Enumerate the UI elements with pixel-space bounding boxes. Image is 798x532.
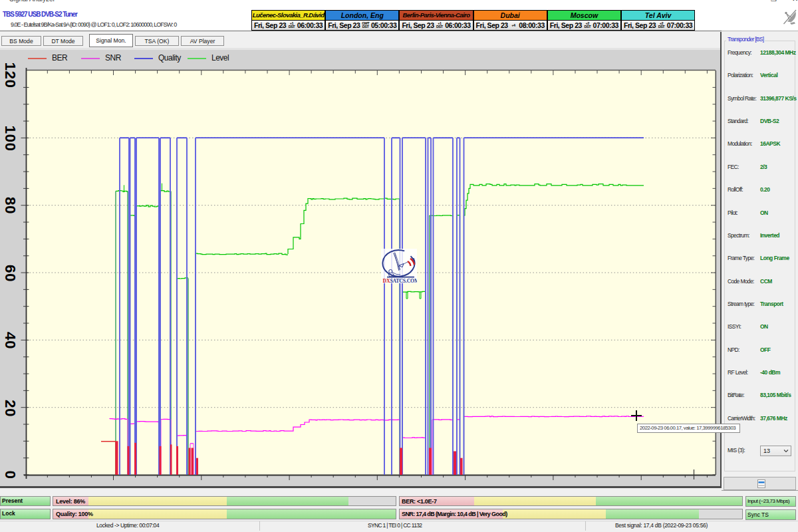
- svg-text:DXSATCS.COM: DXSATCS.COM: [383, 278, 418, 283]
